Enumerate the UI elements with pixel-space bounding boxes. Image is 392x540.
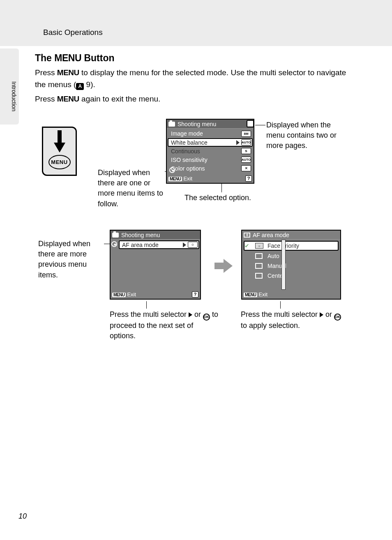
- header-band: Basic Operations: [0, 0, 392, 46]
- chevron-right-icon: [183, 242, 186, 247]
- p2-b: again to exit the menu.: [79, 95, 161, 103]
- mi-label: Color options: [171, 165, 205, 172]
- option-label: Auto: [267, 253, 279, 259]
- more-below-icon: [169, 167, 175, 173]
- callout-proceed: Press the multi selector or OK to procee…: [110, 309, 221, 341]
- right-icon: [189, 312, 192, 317]
- screen3-items: ✔ ☺ Face priority Auto Manual Center: [242, 240, 340, 281]
- af-area-icon: [244, 233, 250, 238]
- screen1-footer: MENUExit ?: [168, 175, 252, 182]
- more-above-icon: [111, 241, 117, 247]
- camera-icon: [112, 233, 119, 238]
- mi-label: ISO sensitivity: [171, 157, 208, 163]
- screen-title-bar: AF area mode: [242, 231, 340, 240]
- screen2-items: AF area mode ☺: [111, 240, 200, 249]
- leaderline: [146, 301, 147, 309]
- ca-b: or: [323, 310, 334, 318]
- screen3-title: AF area mode: [253, 232, 289, 238]
- menu-item-continuous: Continuous S: [168, 147, 252, 155]
- shooting-menu-screen-1: Shooting menu Image mode 8M White balanc…: [166, 119, 254, 184]
- p1-ref: 9).: [84, 80, 95, 89]
- menu-badge-icon: MENU: [168, 177, 182, 181]
- p2-menuword: MENU: [57, 95, 79, 103]
- ok-icon: OK: [334, 314, 341, 321]
- screen3-footer: MENUExit: [244, 291, 339, 298]
- right-icon: [320, 312, 323, 317]
- page-number: 10: [18, 512, 27, 521]
- mi-label: AF area mode: [122, 242, 159, 248]
- leaderline: [280, 301, 281, 309]
- menu-button-graphic: MENU: [42, 127, 77, 176]
- crossref-icon: A: [76, 83, 84, 90]
- callout-follow: Displayed when there are one or more men…: [98, 168, 166, 209]
- paragraph-2: Press MENU again to exit the menu.: [35, 93, 347, 105]
- menu-badge-icon: MENU: [244, 293, 257, 297]
- cp-a: Press the multi selector: [110, 310, 189, 318]
- face-priority-icon: ☺: [255, 243, 263, 249]
- menu-badge-icon: MENU: [112, 293, 126, 297]
- chevron-right-icon: [236, 140, 240, 145]
- callout-previous: Displayed when there are more previous m…: [38, 239, 104, 280]
- title-suffix: Button: [81, 53, 114, 63]
- mi-label: Continuous: [171, 148, 200, 155]
- check-icon: ✔: [244, 242, 249, 249]
- menu-item-iso: ISO sensitivity AUTO: [168, 155, 252, 164]
- leaderline: [221, 182, 222, 192]
- title-menu-word: MENU: [54, 53, 81, 63]
- camera-icon: [168, 122, 175, 127]
- cp-b: or: [192, 310, 203, 318]
- center-icon: [255, 273, 263, 279]
- menu-item-color-options: Color options ✕: [168, 164, 252, 173]
- leaderline: [255, 125, 265, 125]
- callout-pages: Displayed when the menu contains two or …: [266, 120, 348, 151]
- af-option-face-priority: ✔ ☺ Face priority: [244, 241, 339, 251]
- paragraph-1: Press MENU to display the menu for the s…: [35, 67, 347, 91]
- page-title: The MENU Button: [35, 53, 114, 64]
- screen-title-bar: Shooting menu: [167, 120, 254, 129]
- help-icon: ?: [245, 175, 252, 182]
- callout-selected: The selected option.: [184, 193, 251, 203]
- mi-badge: S: [241, 148, 251, 154]
- mi-badge: AUTO: [241, 157, 251, 163]
- callout-apply: Press the multi selector or OK to apply …: [241, 309, 341, 331]
- p1-a: Press: [35, 68, 57, 77]
- ca-a: Press the multi selector: [241, 310, 320, 318]
- exit-label: Exit: [258, 291, 267, 298]
- screen2-title: Shooting menu: [121, 232, 160, 238]
- side-tab-label: Introduction: [11, 81, 17, 111]
- p1-menuword: MENU: [57, 68, 79, 77]
- menu-button-label: MENU: [48, 155, 71, 169]
- mi-badge: 8M: [241, 131, 251, 137]
- mi-badge: ☺: [188, 242, 198, 248]
- title-prefix: The: [35, 53, 54, 63]
- screen1-title: Shooting menu: [178, 121, 216, 127]
- mi-label: Image mode: [171, 130, 203, 137]
- screen1-items: Image mode 8M White balance AUTO Continu…: [167, 129, 254, 173]
- mi-badge: ✕: [241, 165, 251, 171]
- exit-label: Exit: [183, 175, 192, 182]
- arrow-down-icon: [54, 130, 65, 152]
- p2-a: Press: [35, 95, 57, 103]
- mi-badge: AUTO: [241, 139, 251, 145]
- af-area-mode-screen: AF area mode ✔ ☺ Face priority Auto Manu…: [241, 230, 341, 300]
- menu-item-image-mode: Image mode 8M: [168, 129, 252, 138]
- screen-title-bar: Shooting menu: [111, 231, 200, 240]
- menu-item-af-area-mode: AF area mode ☺: [119, 240, 199, 249]
- mi-label: White balance: [171, 139, 208, 146]
- shooting-menu-screen-2: Shooting menu AF area mode ☺ MENUExit ?: [110, 230, 201, 300]
- menu-item-white-balance: White balance AUTO: [168, 138, 253, 147]
- af-option-manual: Manual: [242, 261, 340, 271]
- exit-label: Exit: [127, 291, 136, 298]
- selection-bar: [281, 240, 286, 290]
- ca-c: to apply selection.: [241, 321, 300, 330]
- manual-icon: [255, 263, 263, 269]
- screen2-footer: MENUExit ?: [112, 291, 198, 298]
- scroll-indicator-icon: [247, 120, 254, 127]
- transition-arrow-icon: [214, 259, 233, 275]
- ok-icon: OK: [203, 314, 210, 321]
- help-icon: ?: [192, 291, 198, 298]
- af-option-auto: Auto: [242, 251, 340, 261]
- section-header: Basic Operations: [43, 28, 103, 37]
- af-option-center: Center: [242, 271, 340, 281]
- auto-icon: [255, 253, 263, 259]
